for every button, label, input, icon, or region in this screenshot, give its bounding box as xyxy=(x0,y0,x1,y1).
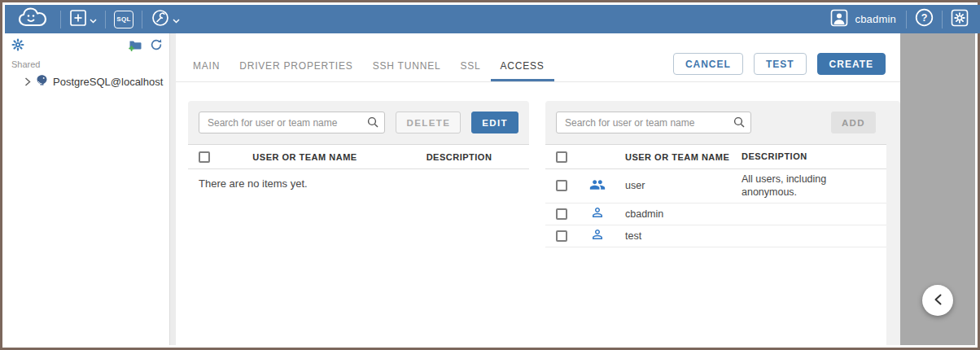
navigator-settings-gear-icon[interactable] xyxy=(11,38,24,55)
refresh-icon[interactable] xyxy=(150,38,163,55)
plus-square-icon xyxy=(69,9,87,30)
access-tab-content: DELETE EDIT USER OR TEAM NAME DESCRIPTIO… xyxy=(176,83,900,345)
tree-item-postgresql-localhost[interactable]: PostgreSQL@localhost xyxy=(5,71,169,93)
search-icon xyxy=(733,116,745,131)
available-search-input[interactable] xyxy=(556,112,751,133)
dialog-header: MAIN DRIVER PROPERTIES SSH TUNNEL SSL AC… xyxy=(176,33,900,82)
user-icon xyxy=(590,227,605,244)
dialog-actions: CANCEL TEST CREATE xyxy=(673,53,886,75)
test-button[interactable]: TEST xyxy=(754,53,807,75)
column-header-name: USER OR TEAM NAME xyxy=(221,152,389,162)
gear-icon xyxy=(951,9,969,30)
new-connection-button[interactable] xyxy=(61,5,105,33)
tab-ssl[interactable]: SSL xyxy=(450,60,490,81)
tree-section-label: Shared xyxy=(5,56,169,71)
sidebar-resize-handle[interactable] xyxy=(169,33,176,345)
new-folder-icon[interactable] xyxy=(129,38,142,55)
sql-editor-button[interactable]: SQL xyxy=(106,5,142,33)
tab-access[interactable]: ACCESS xyxy=(491,60,554,81)
cloudbeaver-logo-icon xyxy=(16,6,52,33)
avatar-icon xyxy=(830,9,848,29)
sql-editor-icon: SQL xyxy=(114,11,133,28)
connection-create-dialog: MAIN DRIVER PROPERTIES SSH TUNNEL SSL AC… xyxy=(176,33,900,345)
cloudbeaver-logo[interactable] xyxy=(15,5,60,33)
available-list-area xyxy=(545,247,886,346)
help-icon: ? xyxy=(915,8,934,30)
available-table-header: USER OR TEAM NAME DESCRIPTION xyxy=(545,145,886,169)
row-name: user xyxy=(617,180,731,191)
tab-main[interactable]: MAIN xyxy=(183,60,230,81)
collapsed-right-rail xyxy=(900,33,975,345)
app-window: SQL xyxy=(0,0,980,350)
column-header-name: USER OR TEAM NAME xyxy=(617,152,731,162)
cancel-button[interactable]: CANCEL xyxy=(673,53,743,75)
granted-table: USER OR TEAM NAME DESCRIPTION There are … xyxy=(188,144,529,345)
column-header-description: DESCRIPTION xyxy=(389,152,529,162)
available-toolbar: ADD xyxy=(545,101,886,144)
tab-ssh-tunnel[interactable]: SSH TUNNEL xyxy=(363,60,451,81)
chevron-down-icon xyxy=(173,12,180,27)
tab-driver-properties[interactable]: DRIVER PROPERTIES xyxy=(230,60,362,81)
select-all-checkbox[interactable] xyxy=(556,151,567,163)
row-checkbox[interactable] xyxy=(556,180,567,191)
search-icon xyxy=(367,116,378,131)
table-row[interactable]: cbadmin xyxy=(545,203,886,225)
granted-access-panel: DELETE EDIT USER OR TEAM NAME DESCRIPTIO… xyxy=(188,101,529,345)
tree-item-label: PostgreSQL@localhost xyxy=(53,76,163,88)
row-description xyxy=(731,211,886,217)
dialog-tabs: MAIN DRIVER PROPERTIES SSH TUNNEL SSL AC… xyxy=(183,60,554,81)
navigator-toolbar xyxy=(5,33,169,56)
row-name: cbadmin xyxy=(617,208,731,220)
postgresql-database-icon xyxy=(36,74,48,90)
select-all-checkbox[interactable] xyxy=(199,151,210,163)
chevron-left-icon xyxy=(934,294,942,308)
row-description xyxy=(731,233,886,239)
table-row[interactable]: user All users, including anonymous. xyxy=(545,169,886,203)
granted-toolbar: DELETE EDIT xyxy=(188,101,529,144)
username-label: cbadmin xyxy=(855,13,896,25)
collapse-panel-button[interactable] xyxy=(922,285,953,316)
team-icon xyxy=(589,177,606,195)
add-button[interactable]: ADD xyxy=(831,112,876,133)
svg-text:?: ? xyxy=(921,12,928,24)
granted-search-input[interactable] xyxy=(199,112,385,133)
chevron-down-icon xyxy=(90,12,97,27)
delete-button[interactable]: DELETE xyxy=(396,112,461,133)
top-app-bar: SQL xyxy=(5,5,980,33)
navigation-tree-panel: Shared PostgreSQL@localhost xyxy=(5,33,169,345)
table-row[interactable]: test xyxy=(545,225,886,247)
administration-settings-button[interactable] xyxy=(943,5,970,33)
available-users-panel: ADD USER OR TEAM NAME DESCRIPTION xyxy=(545,101,900,345)
row-checkbox[interactable] xyxy=(556,230,567,242)
row-name: test xyxy=(617,230,731,242)
empty-list-message: There are no items yet. xyxy=(188,169,529,198)
column-header-description: DESCRIPTION xyxy=(731,151,886,162)
wrench-icon xyxy=(151,8,170,31)
granted-table-header: USER OR TEAM NAME DESCRIPTION xyxy=(188,145,529,169)
available-table: USER OR TEAM NAME DESCRIPTION u xyxy=(545,144,886,345)
row-checkbox[interactable] xyxy=(556,208,567,220)
granted-search xyxy=(199,112,385,133)
row-description: All users, including anonymous. xyxy=(731,169,886,203)
user-menu-button[interactable]: cbadmin xyxy=(820,5,906,33)
help-button[interactable]: ? xyxy=(907,5,942,33)
edit-button[interactable]: EDIT xyxy=(471,112,518,133)
user-icon xyxy=(590,205,605,222)
chevron-right-icon[interactable] xyxy=(24,75,31,90)
tools-menu-button[interactable] xyxy=(142,5,188,33)
available-search xyxy=(556,112,751,133)
granted-list-area xyxy=(188,198,529,345)
create-button[interactable]: CREATE xyxy=(817,53,886,75)
